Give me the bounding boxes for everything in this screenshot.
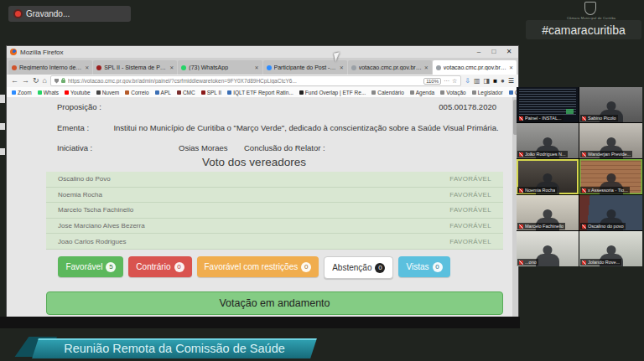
tab-close-icon[interactable]: ✕ [85,64,89,70]
url-text[interactable]: https://votacao.cmc.pr.gov.br/admin/pain… [68,78,421,84]
ementa-label: Ementa : [57,123,89,132]
bookmark-item[interactable]: CMC [177,90,195,95]
vereador-name: Marcelo Tscha Fachinello [58,206,133,214]
browser-tab[interactable]: SPL II - Sistema de Proposiçõ... ✕ [93,60,177,75]
vote-action-label: Favorável [65,262,102,271]
bookmark-item[interactable]: Zoom [12,90,32,95]
bookmark-item[interactable]: Calendário [371,90,403,95]
close-button[interactable]: ✕ [503,46,515,58]
bookmark-favicon [410,90,414,95]
extension-icon[interactable]: ■ [493,75,497,87]
browser-titlebar[interactable]: Mozilla Firefox – □ ✕ [7,46,518,58]
bookmark-item[interactable]: SPL II [201,90,221,95]
maximize-button[interactable]: □ [488,46,500,58]
browser-tab[interactable]: Regimento Interno de Curitib... ✕ [8,60,92,75]
browser-tab[interactable]: votacao.cmc.pr.gov.br/admin/lis... ✕ [348,60,432,75]
bookmark-label: Correio [131,90,148,95]
vote-action-button[interactable]: Vistas 0 [398,256,449,277]
vote-value: FAVORÁVEL [449,238,491,245]
participant-tile[interactable]: Wanderjan Previde... [579,123,642,158]
participant-name-label: Noemia Rocha [517,187,557,193]
vote-action-button[interactable]: Contrário 0 [128,256,191,277]
participant-tile[interactable]: Marcelo Fachinello [517,195,579,230]
bookmark-item[interactable]: Nuvem [96,90,120,95]
bookmark-item[interactable]: Whats [38,90,59,95]
forward-icon[interactable]: → [22,75,29,87]
browser-tab[interactable]: Participante do Post - Zoom ✕ [263,60,347,75]
reload-icon[interactable]: ↻ [33,75,39,87]
participant-tile[interactable]: Sabino Picolo [579,87,642,122]
participant-name-label: Sabino Picolo [580,115,618,121]
tracking-shield-icon[interactable] [55,79,59,84]
sidebar-icon[interactable]: ◨ [484,75,491,87]
bookmark-label: Fund Overlap | ETF Re... [305,90,366,95]
vote-row[interactable]: Noemia Rocha FAVORÁVEL [46,188,503,204]
home-icon[interactable]: ⌂ [43,75,47,87]
account-icon[interactable]: ● [501,75,505,87]
conclusao-relator-label: Conclusão do Relator : [244,143,325,152]
bookmark-item[interactable]: Legislador [472,90,503,95]
vote-actions: Favorável 5 Contrário 0 Favorável com re… [7,256,501,279]
participant-tile[interactable]: ...ono [517,231,579,266]
tab-title: (73) WhatsApp [189,64,252,70]
camara-logo: Câmara Municipal de Curitiba [567,2,614,20]
bookmark-label: IQLT ETF Report Ratin... [233,90,293,95]
bookmark-item[interactable]: IQLT ETF Report Ratin... [227,90,293,95]
participant-name-label: Marcelo Fachinello [517,223,565,229]
bookmark-favicon [125,90,129,95]
vote-row[interactable]: Jose Marciano Alves Bezerra FAVORÁVEL [46,219,503,235]
coat-of-arms-icon [584,2,596,15]
vote-row[interactable]: Joao Carlos Rodrigues FAVORÁVEL [46,234,503,250]
participant-tile[interactable]: Painel - INSTAL... [517,87,579,122]
browser-tab[interactable]: (73) WhatsApp ✕ [178,60,262,75]
bookmark-item[interactable]: Correio [125,90,148,95]
vote-action-button[interactable]: Abstenção 0 [324,256,393,279]
participant-tile[interactable]: Jolando Rove... [579,231,642,266]
vote-action-label: Contrário [136,262,170,271]
firefox-window: Mozilla Firefox – □ ✕ Regimento Interno … [7,46,518,317]
lock-icon[interactable] [61,80,65,83]
page-zoom-level[interactable]: 110% [423,78,441,85]
bookmark-label: Agenda [416,90,434,95]
address-bar[interactable]: https://votacao.cmc.pr.gov.br/admin/pain… [50,75,461,86]
menu-icon[interactable]: ☰ [508,75,514,87]
participant-tile[interactable]: Noemia Rocha [517,159,579,194]
iniciativa-label: Iniciativa : [57,143,92,152]
tab-close-icon[interactable]: ✕ [509,64,513,70]
tab-title: votacao.cmc.pr.gov.br/admin/lis... [359,64,422,70]
vote-action-button[interactable]: Favorável com restrições 0 [197,256,319,277]
meeting-banner-text: Reunião Remota da Comissão de Saúde [35,338,314,358]
participant-tile[interactable]: Oscalino do povo [579,195,642,230]
bookmark-favicon [299,90,304,95]
participant-tile[interactable]: João Rodrigues N... [517,123,579,158]
browser-tab[interactable]: votacao.cmc.pr.gov.br/admin/pa... ✕ [433,60,517,75]
participant-tile[interactable]: x Assessoria - Tio... [579,159,642,194]
section-title: Voto dos vereadores [7,156,501,168]
bookmark-star-icon[interactable]: ☆ [452,78,457,85]
tab-close-icon[interactable]: ✕ [424,64,428,70]
firefox-icon [10,49,17,55]
bookmarks-bar: Zoom Whats Youtube Nuvem Correio APL CMC… [7,87,518,97]
vote-action-button[interactable]: Favorável 5 [58,256,123,277]
bookmark-item[interactable]: Votação [440,90,466,95]
bookmark-item[interactable]: APL [155,90,171,95]
bookmark-item[interactable]: Fund Overlap | ETF Re... [299,90,366,95]
vote-count-badge: 0 [375,263,385,273]
participant-name: Oscalino do povo [588,224,624,229]
vote-row[interactable]: Oscalino do Povo FAVORÁVEL [46,172,503,188]
tab-close-icon[interactable]: ✕ [254,64,258,70]
participant-name: Marcelo Fachinello [525,224,564,229]
library-icon[interactable]: ▥ [474,75,480,87]
minimize-button[interactable]: – [473,46,485,58]
back-icon[interactable]: ← [11,75,18,87]
bookmark-item[interactable]: Youtube [65,90,91,95]
muted-mic-icon [519,188,523,193]
bookmark-favicon [371,90,376,95]
bookmark-item[interactable]: Agenda [410,90,434,95]
downloads-icon[interactable]: ⇩ [465,75,470,87]
vote-row[interactable]: Marcelo Tscha Fachinello FAVORÁVEL [46,203,503,219]
page-actions-icon[interactable]: ⋯ [444,78,449,85]
tab-close-icon[interactable]: ✕ [340,64,344,70]
tab-close-icon[interactable]: ✕ [169,64,174,70]
bookmark-favicon [227,90,231,95]
